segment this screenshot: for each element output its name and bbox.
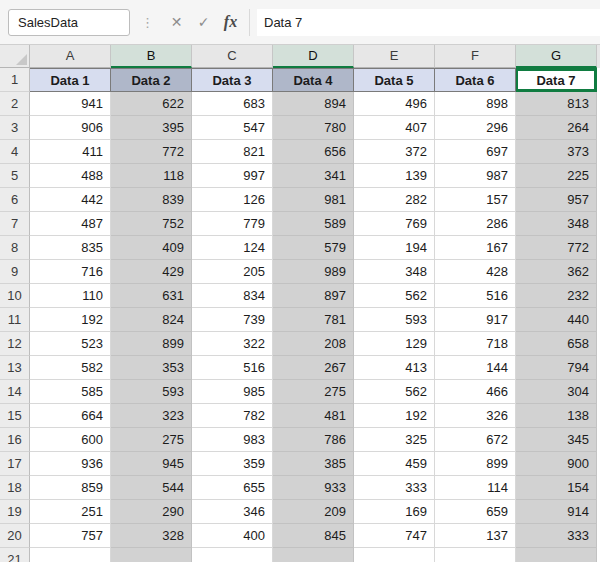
cell-G14[interactable]: 304: [516, 380, 597, 404]
row-header-3[interactable]: 3: [0, 116, 30, 140]
cell-A2[interactable]: 941: [30, 92, 111, 116]
cell-E4[interactable]: 372: [354, 140, 435, 164]
cell-F21[interactable]: [435, 548, 516, 562]
cell-C5[interactable]: 997: [192, 164, 273, 188]
row-header-15[interactable]: 15: [0, 404, 30, 428]
cell-G2[interactable]: 813: [516, 92, 597, 116]
cancel-icon[interactable]: ✕: [163, 14, 190, 30]
column-header-E[interactable]: E: [354, 45, 435, 68]
cell-A10[interactable]: 110: [30, 284, 111, 308]
cell-G1[interactable]: Data 7: [516, 68, 597, 92]
cell-E19[interactable]: 169: [354, 500, 435, 524]
cell-G19[interactable]: 914: [516, 500, 597, 524]
row-header-4[interactable]: 4: [0, 140, 30, 164]
cell-B21[interactable]: [111, 548, 192, 562]
cell-F14[interactable]: 466: [435, 380, 516, 404]
enter-icon[interactable]: ✓: [190, 14, 217, 30]
cell-G7[interactable]: 348: [516, 212, 597, 236]
cell-A11[interactable]: 192: [30, 308, 111, 332]
cell-G15[interactable]: 138: [516, 404, 597, 428]
select-all-corner[interactable]: [0, 45, 30, 68]
cell-G5[interactable]: 225: [516, 164, 597, 188]
cell-F16[interactable]: 672: [435, 428, 516, 452]
cell-G12[interactable]: 658: [516, 332, 597, 356]
cell-B16[interactable]: 275: [111, 428, 192, 452]
cell-G3[interactable]: 264: [516, 116, 597, 140]
column-header-D[interactable]: D: [273, 45, 354, 68]
cell-C13[interactable]: 516: [192, 356, 273, 380]
cell-B13[interactable]: 353: [111, 356, 192, 380]
cell-B5[interactable]: 118: [111, 164, 192, 188]
cell-A12[interactable]: 523: [30, 332, 111, 356]
cell-A9[interactable]: 716: [30, 260, 111, 284]
cell-E17[interactable]: 459: [354, 452, 435, 476]
column-header-A[interactable]: A: [30, 45, 111, 68]
column-header-C[interactable]: C: [192, 45, 273, 68]
cell-D4[interactable]: 656: [273, 140, 354, 164]
cell-A21[interactable]: [30, 548, 111, 562]
column-header-B[interactable]: B: [111, 45, 192, 68]
cell-E7[interactable]: 769: [354, 212, 435, 236]
cell-F4[interactable]: 697: [435, 140, 516, 164]
cell-C19[interactable]: 346: [192, 500, 273, 524]
cell-G11[interactable]: 440: [516, 308, 597, 332]
cell-A16[interactable]: 600: [30, 428, 111, 452]
cell-A20[interactable]: 757: [30, 524, 111, 548]
cell-D5[interactable]: 341: [273, 164, 354, 188]
cell-C6[interactable]: 126: [192, 188, 273, 212]
cell-G20[interactable]: 333: [516, 524, 597, 548]
cell-F2[interactable]: 898: [435, 92, 516, 116]
cell-B9[interactable]: 429: [111, 260, 192, 284]
cell-A1[interactable]: Data 1: [30, 68, 111, 92]
cell-G17[interactable]: 900: [516, 452, 597, 476]
cell-F17[interactable]: 899: [435, 452, 516, 476]
cell-C10[interactable]: 834: [192, 284, 273, 308]
cell-C17[interactable]: 359: [192, 452, 273, 476]
cell-D14[interactable]: 275: [273, 380, 354, 404]
cell-F19[interactable]: 659: [435, 500, 516, 524]
cell-A15[interactable]: 664: [30, 404, 111, 428]
cell-B14[interactable]: 593: [111, 380, 192, 404]
cell-E6[interactable]: 282: [354, 188, 435, 212]
cell-F9[interactable]: 428: [435, 260, 516, 284]
cell-C9[interactable]: 205: [192, 260, 273, 284]
cell-C8[interactable]: 124: [192, 236, 273, 260]
cell-E8[interactable]: 194: [354, 236, 435, 260]
cell-E9[interactable]: 348: [354, 260, 435, 284]
cell-D10[interactable]: 897: [273, 284, 354, 308]
cell-E5[interactable]: 139: [354, 164, 435, 188]
cell-A8[interactable]: 835: [30, 236, 111, 260]
cell-C14[interactable]: 985: [192, 380, 273, 404]
cell-E18[interactable]: 333: [354, 476, 435, 500]
cell-G8[interactable]: 772: [516, 236, 597, 260]
cell-C4[interactable]: 821: [192, 140, 273, 164]
cell-C20[interactable]: 400: [192, 524, 273, 548]
cell-F8[interactable]: 167: [435, 236, 516, 260]
cell-F5[interactable]: 987: [435, 164, 516, 188]
row-header-19[interactable]: 19: [0, 500, 30, 524]
cell-D3[interactable]: 780: [273, 116, 354, 140]
cell-E11[interactable]: 593: [354, 308, 435, 332]
cell-G10[interactable]: 232: [516, 284, 597, 308]
cell-B10[interactable]: 631: [111, 284, 192, 308]
cell-E14[interactable]: 562: [354, 380, 435, 404]
row-header-21[interactable]: 21: [0, 548, 30, 562]
cell-G13[interactable]: 794: [516, 356, 597, 380]
cell-F7[interactable]: 286: [435, 212, 516, 236]
name-box[interactable]: SalesData: [8, 9, 130, 36]
cell-D13[interactable]: 267: [273, 356, 354, 380]
cell-B2[interactable]: 622: [111, 92, 192, 116]
cell-A18[interactable]: 859: [30, 476, 111, 500]
cell-E1[interactable]: Data 5: [354, 68, 435, 92]
cell-A3[interactable]: 906: [30, 116, 111, 140]
cell-A4[interactable]: 411: [30, 140, 111, 164]
cell-E13[interactable]: 413: [354, 356, 435, 380]
row-header-16[interactable]: 16: [0, 428, 30, 452]
row-header-13[interactable]: 13: [0, 356, 30, 380]
cell-B19[interactable]: 290: [111, 500, 192, 524]
cell-D19[interactable]: 209: [273, 500, 354, 524]
cell-G9[interactable]: 362: [516, 260, 597, 284]
row-header-6[interactable]: 6: [0, 188, 30, 212]
row-header-12[interactable]: 12: [0, 332, 30, 356]
row-header-20[interactable]: 20: [0, 524, 30, 548]
